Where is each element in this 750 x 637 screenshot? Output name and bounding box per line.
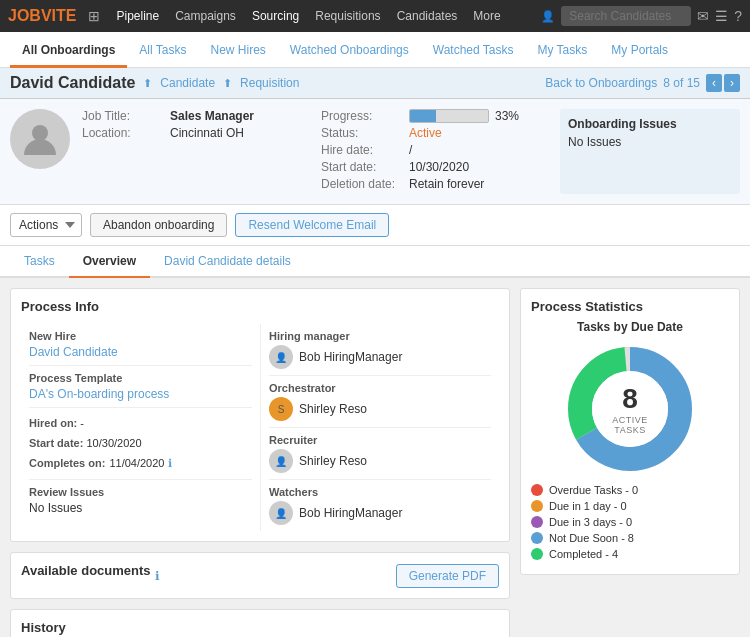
tab-overview[interactable]: Overview [69, 246, 150, 278]
legend-item-not-due: Not Due Soon - 8 [531, 532, 729, 544]
info-progress: Progress: 33% Status: Active Hire date: … [321, 109, 548, 194]
subnav-watched-onboardings[interactable]: Watched Onboardings [278, 32, 421, 68]
tab-details[interactable]: David Candidate details [150, 246, 305, 278]
review-issues-value: No Issues [29, 501, 252, 515]
completes-on-value: 11/04/2020 [109, 454, 164, 474]
info-icon: ℹ [168, 454, 172, 474]
active-tasks-label: ACTIVE TASKS [598, 415, 663, 435]
orchestrator-avatar: S [269, 397, 293, 421]
subnav-new-hires[interactable]: New Hires [198, 32, 277, 68]
deletion-label: Deletion date: [321, 177, 401, 191]
legend-dot-3days [531, 516, 543, 528]
tab-tasks[interactable]: Tasks [10, 246, 69, 278]
subnav-all-onboardings[interactable]: All Onboardings [10, 32, 127, 68]
orchestrator-name: Shirley Reso [299, 402, 367, 416]
process-info-panel: Process Info New Hire David Candidate Pr… [10, 288, 510, 542]
progress-bar [409, 109, 489, 123]
job-title-label: Job Title: [82, 109, 162, 123]
prev-arrow[interactable]: ‹ [706, 74, 722, 92]
svg-point-0 [32, 125, 48, 141]
generate-pdf-button[interactable]: Generate PDF [396, 564, 499, 588]
watcher-row: 👤 Bob HiringManager [269, 501, 491, 525]
actions-dropdown[interactable]: Actions [10, 213, 82, 237]
legend-label-3days: Due in 3 days - 0 [549, 516, 632, 528]
watcher-avatar: 👤 [269, 501, 293, 525]
candidate-link[interactable]: Candidate [160, 76, 215, 90]
donut-chart: 8 ACTIVE TASKS [565, 344, 695, 474]
hiring-manager-avatar: 👤 [269, 345, 293, 369]
nav-right: 👤 ✉ ☰ ? [541, 6, 742, 26]
orchestrator-row: S Shirley Reso [269, 397, 491, 421]
nav-more[interactable]: More [465, 0, 508, 32]
recruiter-avatar: 👤 [269, 449, 293, 473]
documents-title: Available documents [21, 563, 151, 578]
start-date-value: 10/30/2020 [409, 160, 469, 174]
progress-percent: 33% [495, 109, 519, 123]
main-content: Process Info New Hire David Candidate Pr… [0, 278, 750, 637]
process-col-right: Hiring manager 👤 Bob HiringManager Orche… [260, 324, 499, 531]
documents-info-icon: ℹ [155, 569, 160, 583]
status-value: Active [409, 126, 442, 140]
subnav-watched-tasks[interactable]: Watched Tasks [421, 32, 526, 68]
sub-navigation: All Onboardings All Tasks New Hires Watc… [0, 32, 750, 68]
legend-dot-not-due [531, 532, 543, 544]
list-icon[interactable]: ☰ [715, 8, 728, 24]
nav-campaigns[interactable]: Campaigns [167, 0, 244, 32]
new-hire-label: New Hire [29, 330, 252, 342]
legend-dot-completed [531, 548, 543, 560]
start-date-field-value: 10/30/2020 [86, 437, 141, 449]
requisition-link[interactable]: Requisition [240, 76, 299, 90]
legend-item-completed: Completed - 4 [531, 548, 729, 560]
avatar-icon [20, 119, 60, 159]
legend-label-not-due: Not Due Soon - 8 [549, 532, 634, 544]
hire-date-value: / [409, 143, 412, 157]
requisition-link-icon: ⬆ [223, 77, 232, 90]
review-issues-label: Review Issues [29, 486, 252, 498]
nav-pipeline[interactable]: Pipeline [108, 0, 167, 32]
nav-requisitions[interactable]: Requisitions [307, 0, 388, 32]
avatar [10, 109, 70, 169]
nav-candidates[interactable]: Candidates [389, 0, 466, 32]
candidate-link-icon: ⬆ [143, 77, 152, 90]
pagination-text: 8 of 15 [663, 76, 700, 90]
resend-welcome-email-button[interactable]: Resend Welcome Email [235, 213, 389, 237]
nav-sourcing[interactable]: Sourcing [244, 0, 307, 32]
search-input[interactable] [561, 6, 691, 26]
breadcrumb-bar: David Candidate ⬆ Candidate ⬆ Requisitio… [0, 68, 750, 99]
legend-label-overdue: Overdue Tasks - 0 [549, 484, 638, 496]
template-value[interactable]: DA's On-boarding process [29, 387, 252, 401]
hiring-manager-row: 👤 Bob HiringManager [269, 345, 491, 369]
progress-container: 33% [409, 109, 519, 123]
legend-dot-overdue [531, 484, 543, 496]
action-bar: Actions Abandon onboarding Resend Welcom… [0, 205, 750, 246]
start-date-field-label: Start date: [29, 437, 83, 449]
doc-header: Available documents ℹ Generate PDF [21, 563, 499, 588]
donut-center: 8 ACTIVE TASKS [598, 383, 663, 435]
hired-on-value: - [80, 417, 84, 429]
recruiter-name: Shirley Reso [299, 454, 367, 468]
breadcrumb-right: Back to Onboardings 8 of 15 ‹ › [545, 74, 740, 92]
location-value: Cincinnati OH [170, 126, 244, 140]
subnav-all-tasks[interactable]: All Tasks [127, 32, 198, 68]
chart-title: Tasks by Due Date [531, 320, 729, 334]
history-panel: History Start date changed by Shirley Re… [10, 609, 510, 637]
next-arrow[interactable]: › [724, 74, 740, 92]
status-label: Status: [321, 126, 401, 140]
info-section: Job Title: Sales Manager Location: Cinci… [0, 99, 750, 205]
legend-label-1day: Due in 1 day - 0 [549, 500, 627, 512]
top-navigation: JOBVITE ⊞ Pipeline Campaigns Sourcing Re… [0, 0, 750, 32]
info-mid: Job Title: Sales Manager Location: Cinci… [82, 109, 309, 194]
watcher-name: Bob HiringManager [299, 506, 402, 520]
hire-date-label: Hire date: [321, 143, 401, 157]
location-label: Location: [82, 126, 162, 140]
new-hire-value[interactable]: David Candidate [29, 345, 252, 359]
back-to-onboardings[interactable]: Back to Onboardings [545, 76, 657, 90]
statistics-panel: Process Statistics Tasks by Due Date [520, 288, 740, 575]
abandon-onboarding-button[interactable]: Abandon onboarding [90, 213, 227, 237]
message-icon[interactable]: ✉ [697, 8, 709, 24]
documents-panel: Available documents ℹ Generate PDF [10, 552, 510, 599]
subnav-my-portals[interactable]: My Portals [599, 32, 680, 68]
subnav-my-tasks[interactable]: My Tasks [526, 32, 600, 68]
legend-item-overdue: Overdue Tasks - 0 [531, 484, 729, 496]
help-icon[interactable]: ? [734, 8, 742, 24]
